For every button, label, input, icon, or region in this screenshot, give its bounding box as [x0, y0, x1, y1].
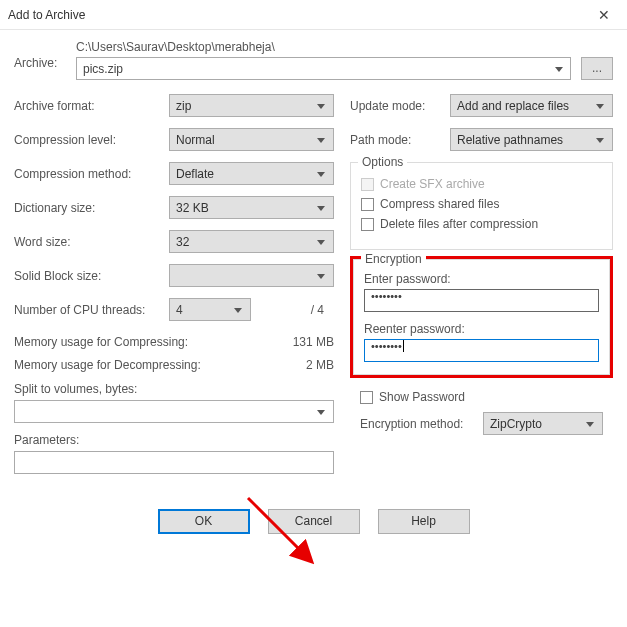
options-legend: Options [358, 155, 407, 169]
compression-method-label: Compression method: [14, 167, 169, 181]
cpu-threads-max: / 4 [251, 303, 334, 317]
compress-shared-checkbox[interactable] [361, 198, 374, 211]
parameters-input[interactable] [14, 451, 334, 474]
word-size-label: Word size: [14, 235, 169, 249]
sfx-checkbox [361, 178, 374, 191]
close-button[interactable]: ✕ [581, 0, 627, 30]
reenter-password-input[interactable]: •••••••• [364, 339, 599, 362]
cancel-button[interactable]: Cancel [268, 509, 360, 534]
path-mode-label: Path mode: [350, 133, 450, 147]
solid-block-size-dropdown[interactable] [169, 264, 334, 287]
compression-level-dropdown[interactable]: Normal [169, 128, 334, 151]
compression-level-label: Compression level: [14, 133, 169, 147]
titlebar: Add to Archive ✕ [0, 0, 627, 30]
mem-compress-value: 131 MB [293, 335, 334, 349]
help-button[interactable]: Help [378, 509, 470, 534]
archive-file-combo[interactable]: pics.zip [76, 57, 571, 80]
left-column: Archive format: zip Compression level: N… [14, 94, 334, 474]
solid-block-size-label: Solid Block size: [14, 269, 169, 283]
archive-label: Archive: [14, 40, 64, 70]
word-size-dropdown[interactable]: 32 [169, 230, 334, 253]
show-password-checkbox[interactable] [360, 391, 373, 404]
archive-row: Archive: C:\Users\Saurav\Desktop\merabhe… [14, 40, 613, 80]
update-mode-label: Update mode: [350, 99, 450, 113]
dictionary-size-label: Dictionary size: [14, 201, 169, 215]
sfx-label: Create SFX archive [380, 177, 485, 191]
archive-format-label: Archive format: [14, 99, 169, 113]
compress-shared-label: Compress shared files [380, 197, 499, 211]
encryption-method-dropdown[interactable]: ZipCrypto [483, 412, 603, 435]
annotation-arrow-icon [240, 490, 330, 580]
cpu-threads-label: Number of CPU threads: [14, 303, 169, 317]
encryption-legend: Encryption [361, 252, 426, 266]
ok-button[interactable]: OK [158, 509, 250, 534]
split-volumes-combo[interactable] [14, 400, 334, 423]
reenter-password-label: Reenter password: [364, 322, 599, 336]
cpu-threads-dropdown[interactable]: 4 [169, 298, 251, 321]
footer-buttons: OK Cancel Help [14, 509, 613, 534]
mem-decompress-value: 2 MB [306, 358, 334, 372]
browse-button[interactable]: ... [581, 57, 613, 80]
mem-decompress-label: Memory usage for Decompressing: [14, 358, 201, 372]
show-password-label: Show Password [379, 390, 465, 404]
dictionary-size-dropdown[interactable]: 32 KB [169, 196, 334, 219]
encryption-method-label: Encryption method: [360, 417, 473, 431]
enter-password-label: Enter password: [364, 272, 599, 286]
archive-format-dropdown[interactable]: zip [169, 94, 334, 117]
encryption-extras: Show Password Encryption method: ZipCryp… [350, 378, 613, 435]
enter-password-input[interactable]: •••••••• [364, 289, 599, 312]
archive-file-value: pics.zip [83, 62, 123, 76]
delete-after-checkbox[interactable] [361, 218, 374, 231]
mem-compress-label: Memory usage for Compressing: [14, 335, 188, 349]
encryption-highlight: Encryption Enter password: •••••••• Reen… [350, 256, 613, 378]
delete-after-label: Delete files after compression [380, 217, 538, 231]
update-mode-dropdown[interactable]: Add and replace files [450, 94, 613, 117]
parameters-label: Parameters: [14, 433, 334, 447]
dialog-content: Archive: C:\Users\Saurav\Desktop\merabhe… [0, 30, 627, 544]
encryption-group: Encryption Enter password: •••••••• Reen… [353, 259, 610, 375]
compression-method-dropdown[interactable]: Deflate [169, 162, 334, 185]
path-mode-dropdown[interactable]: Relative pathnames [450, 128, 613, 151]
right-column: Update mode: Add and replace files Path … [350, 94, 613, 474]
split-volumes-label: Split to volumes, bytes: [14, 382, 334, 396]
options-group: Options Create SFX archive Compress shar… [350, 162, 613, 250]
archive-path: C:\Users\Saurav\Desktop\merabheja\ [76, 40, 613, 54]
window-title: Add to Archive [8, 8, 85, 22]
